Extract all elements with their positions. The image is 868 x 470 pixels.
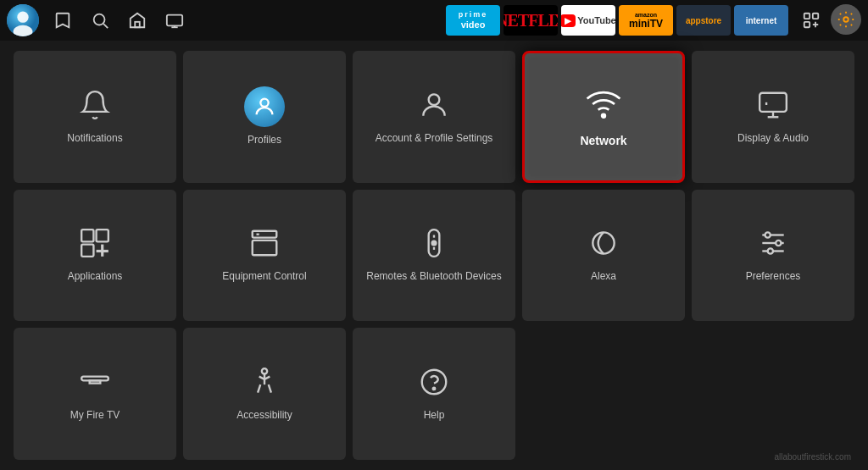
monitor-icon [757, 89, 789, 125]
svg-rect-10 [813, 14, 818, 19]
prime-video-shortcut[interactable]: prime video [446, 5, 500, 36]
tile-profiles[interactable]: Profiles [183, 51, 346, 183]
svg-rect-18 [760, 92, 787, 111]
accessibility-label: Accessibility [236, 409, 292, 423]
svg-point-16 [429, 94, 440, 105]
tile-my-fire-tv[interactable]: My Fire TV [14, 328, 176, 460]
app-shortcuts: prime video NETFLIX ▶ YouTube amazon min… [446, 5, 788, 36]
svg-point-33 [593, 233, 614, 254]
bell-icon [79, 89, 111, 125]
remote-icon [418, 227, 450, 263]
fire-tv-icon [79, 366, 111, 402]
notifications-label: Notifications [67, 132, 122, 146]
tv-icon[interactable] [158, 3, 192, 37]
top-navigation: prime video NETFLIX ▶ YouTube amazon min… [0, 0, 868, 41]
tile-applications[interactable]: Applications [14, 190, 176, 322]
netflix-shortcut[interactable]: NETFLIX [504, 5, 558, 36]
tile-preferences[interactable]: Preferences [692, 190, 854, 322]
tile-help[interactable]: Help [353, 328, 515, 460]
svg-rect-9 [804, 14, 810, 19]
remotes-bluetooth-label: Remotes & Bluetooth Devices [366, 270, 501, 284]
internet-shortcut[interactable]: internet [734, 5, 788, 36]
nav-right-controls [795, 4, 861, 36]
svg-point-37 [765, 233, 771, 238]
svg-point-39 [768, 249, 773, 254]
applications-label: Applications [68, 270, 123, 284]
home-icon[interactable] [120, 3, 154, 37]
help-label: Help [424, 409, 445, 423]
tile-accessibility[interactable]: Accessibility [183, 328, 346, 460]
equipment-icon [248, 227, 281, 263]
tile-alexa[interactable]: Alexa [522, 190, 685, 322]
account-icon [418, 89, 450, 125]
user-avatar[interactable] [7, 4, 39, 36]
bookmark-icon[interactable] [46, 3, 80, 37]
tile-remotes-bluetooth[interactable]: Remotes & Bluetooth Devices [353, 190, 515, 322]
svg-rect-22 [97, 229, 108, 241]
display-audio-label: Display & Audio [737, 132, 809, 146]
svg-rect-41 [90, 380, 101, 383]
empty-cell-r3c4 [522, 328, 685, 460]
svg-point-31 [432, 241, 437, 246]
alexa-label: Alexa [591, 270, 616, 284]
preferences-label: Preferences [746, 270, 801, 284]
settings-grid: Notifications Profiles [14, 51, 854, 460]
settings-icon[interactable] [831, 4, 861, 35]
empty-cell-r3c5 [692, 328, 854, 460]
network-label: Network [580, 133, 626, 148]
svg-rect-5 [135, 22, 140, 27]
svg-rect-6 [167, 15, 182, 26]
profiles-icon [244, 86, 285, 127]
help-icon [418, 366, 450, 402]
youtube-shortcut[interactable]: ▶ YouTube [561, 5, 615, 36]
tile-equipment-control[interactable]: Equipment Control [183, 190, 346, 322]
minitv-shortcut[interactable]: amazon miniTV [619, 5, 673, 36]
svg-point-42 [262, 368, 267, 373]
svg-point-45 [433, 388, 436, 390]
wifi-icon [585, 85, 622, 126]
tile-account-profile[interactable]: Account & Profile Settings [353, 51, 515, 183]
svg-point-15 [260, 99, 268, 107]
apps-icon [79, 227, 111, 263]
search-icon[interactable] [83, 3, 117, 37]
profiles-label: Profiles [248, 134, 281, 147]
svg-rect-26 [253, 241, 277, 255]
tile-display-audio[interactable]: Display & Audio [692, 51, 854, 183]
svg-rect-11 [804, 22, 810, 27]
main-content: Notifications Profiles [0, 41, 868, 470]
svg-point-14 [843, 17, 849, 22]
sliders-icon [757, 227, 789, 263]
svg-point-1 [17, 12, 28, 23]
svg-line-4 [103, 24, 108, 28]
svg-point-3 [94, 14, 105, 25]
svg-rect-23 [81, 245, 93, 257]
equipment-control-label: Equipment Control [222, 270, 306, 284]
svg-rect-21 [81, 229, 93, 241]
appstore-shortcut[interactable]: appstore [676, 5, 731, 36]
accessibility-icon [248, 366, 281, 402]
grid-icon[interactable] [795, 4, 827, 36]
svg-point-38 [776, 241, 781, 246]
account-label: Account & Profile Settings [376, 132, 493, 146]
tile-network[interactable]: Network [522, 51, 685, 183]
svg-point-17 [602, 114, 605, 118]
tile-notifications[interactable]: Notifications [14, 51, 176, 183]
alexa-icon [587, 227, 620, 263]
my-fire-tv-label: My Fire TV [70, 409, 120, 423]
svg-rect-27 [253, 231, 277, 238]
